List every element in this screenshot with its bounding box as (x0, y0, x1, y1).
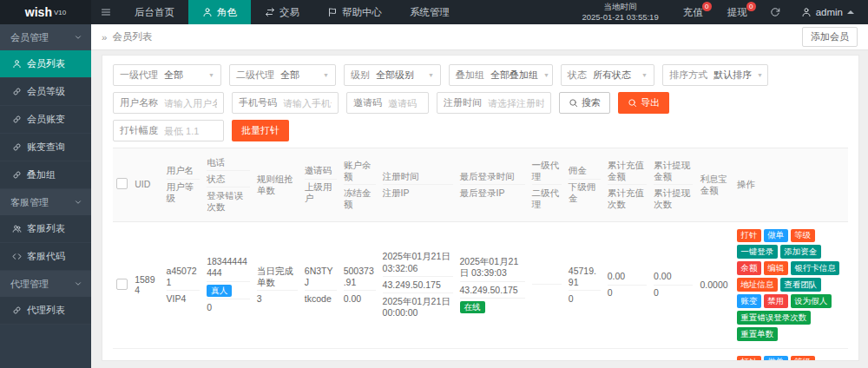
column-header-注册时间: 注册时间注册IP (379, 148, 457, 222)
filter-select-二级代理[interactable]: 二级代理全部▼ (229, 64, 336, 86)
table-cell: 45719.910 (565, 221, 604, 348)
needle-range-label: 打针幅度 (120, 124, 158, 137)
action-button-打针[interactable]: 打针 (737, 229, 761, 243)
action-button-余额[interactable]: 余额 (737, 261, 761, 275)
filter-input-邀请码[interactable] (388, 98, 422, 108)
sidebar-item-代理列表[interactable]: 代理列表 (0, 297, 91, 325)
filter-field-手机号码[interactable]: 手机号码 (232, 92, 339, 114)
nav-item-交易[interactable]: 交易 (251, 0, 313, 24)
action-button-重置单数[interactable]: 重置单数 (737, 327, 778, 341)
filter-select-排序方式[interactable]: 排序方式默认排序▼ (662, 64, 768, 86)
table-cell: 1247172371真人0 (203, 348, 253, 361)
needle-range-input[interactable] (164, 126, 217, 136)
action-button-做单[interactable]: 做单 (764, 356, 788, 361)
sidebar-group-代理管理[interactable]: 代理管理 (0, 271, 91, 297)
filter-field-注册时间[interactable]: 注册时间 (437, 92, 551, 114)
action-button-查看团队[interactable]: 查看团队 (780, 278, 821, 292)
sidebar-group-label: 客服管理 (10, 196, 49, 209)
sidebar-item-会员列表[interactable]: 会员列表 (0, 50, 91, 78)
filter-field-用户名称[interactable]: 用户名称 (113, 92, 224, 114)
filter-input-手机号码[interactable] (283, 98, 332, 108)
sidebar-item-客服列表[interactable]: 客服列表 (0, 215, 91, 243)
action-button-重置错误登录次数[interactable]: 重置错误登录次数 (737, 311, 811, 325)
nav-item-系统管理[interactable]: 系统管理 (396, 0, 464, 24)
needle-range-field[interactable]: 打针幅度 (113, 120, 224, 141)
action-button-添加资金[interactable]: 添加资金 (780, 245, 821, 259)
sidebar-item-会员等级[interactable]: 会员等级 (0, 78, 91, 106)
recharge-button[interactable]: 充值 0 (671, 0, 715, 24)
batch-needle-button[interactable]: 批量打针 (232, 120, 289, 141)
cell-actions: 打针做单等级一键登录添加资金余额编辑银行卡信息地址信息查看团队账变禁用设为假人重… (733, 221, 848, 348)
admin-menu[interactable]: admin (791, 7, 868, 17)
action-button-等级[interactable]: 等级 (791, 356, 815, 361)
chevron-down-icon (74, 279, 82, 288)
sidebar-item-账变查询[interactable]: 账变查询 (0, 134, 91, 161)
filter-select-级别[interactable]: 级别全部级别▼ (344, 64, 441, 86)
refresh-button[interactable] (760, 7, 791, 17)
link-icon (12, 87, 22, 96)
table-cell: 0.000 (604, 348, 650, 361)
filter-label: 二级代理 (236, 69, 274, 82)
withdraw-badge: 0 (746, 2, 756, 11)
column-header-佣金: 佣金下级佣金 (565, 148, 604, 222)
column-header-累计充值金额: 累计充值金额累计充值次数 (604, 148, 650, 222)
export-button-label: 导出 (641, 96, 660, 109)
cell-line: 0 (569, 291, 601, 306)
menu-toggle-button[interactable] (91, 0, 121, 24)
action-button-设为假人[interactable]: 设为假人 (791, 294, 832, 308)
chevron-down-icon: ▼ (323, 72, 329, 78)
filter-value: 全部叠加组 (490, 69, 538, 82)
column-header-line: 利息宝金额 (700, 171, 729, 198)
filter-select-叠加组[interactable]: 叠加组全部叠加组▼ (449, 64, 553, 86)
sidebar-item-客服代码[interactable]: 客服代码 (0, 243, 91, 271)
cell-line: VIP4 (167, 291, 201, 306)
cell-line: 43.249.50.175 (460, 282, 525, 299)
time-label: 当地时间 (582, 2, 658, 12)
cell-line: 0 (608, 286, 647, 301)
table-cell: 0.0000 (696, 221, 733, 348)
action-button-打针[interactable]: 打针 (737, 356, 761, 361)
row-checkbox[interactable] (116, 279, 128, 290)
column-header-最后登录时间: 最后登录时间最后登录IP (457, 148, 529, 222)
nav-item-label: 帮助中心 (342, 6, 382, 19)
flag-icon (327, 7, 338, 17)
filter-input-注册时间[interactable] (488, 98, 544, 108)
nav-item-角色[interactable]: 角色 (188, 0, 251, 24)
table-cell: J5AB82 (301, 348, 340, 361)
cell-line: 0 (654, 286, 693, 301)
export-button[interactable]: 导出 (618, 92, 669, 114)
action-button-账变[interactable]: 账变 (737, 294, 761, 308)
filter-select-一级代理[interactable]: 一级代理全部▼ (113, 64, 221, 86)
column-header-line: 登录错误次数 (207, 187, 250, 214)
member-list-card: 一级代理全部▼二级代理全部▼级别全部级别▼叠加组全部叠加组▼状态所有状态▼排序方… (102, 55, 859, 361)
sidebar-group-客服管理[interactable]: 客服管理 (0, 189, 91, 215)
app-logo: wishV10 (0, 0, 91, 24)
cell-line: 18344444444 (207, 254, 250, 282)
filter-field-邀请码[interactable]: 邀请码 (346, 92, 429, 114)
column-header-line: 累计提现金额 (654, 157, 693, 185)
select-all-checkbox[interactable] (116, 178, 128, 189)
action-button-禁用[interactable]: 禁用 (764, 294, 788, 308)
sidebar-item-会员账变[interactable]: 会员账变 (0, 106, 91, 134)
withdraw-button[interactable]: 提现 0 (715, 0, 760, 24)
sidebar-group-会员管理[interactable]: 会员管理 (0, 24, 91, 50)
nav-item-后台首页[interactable]: 后台首页 (121, 0, 188, 24)
cell-uid: 15894 (131, 221, 162, 348)
sidebar-item-叠加组[interactable]: 叠加组 (0, 161, 91, 189)
action-button-做单[interactable]: 做单 (764, 229, 788, 243)
action-button-银行卡信息[interactable]: 银行卡信息 (791, 261, 840, 275)
action-button-等级[interactable]: 等级 (791, 229, 815, 243)
column-header-账户余额: 账户余额冻结金额 (340, 148, 379, 222)
add-member-button[interactable]: 添加会员 (802, 27, 858, 47)
filter-input-用户名称[interactable] (164, 98, 217, 108)
sidebar-group-label: 代理管理 (10, 278, 49, 291)
link-icon (12, 170, 22, 180)
search-button[interactable]: 搜索 (559, 92, 610, 114)
action-button-编辑[interactable]: 编辑 (764, 261, 788, 275)
filter-select-状态[interactable]: 状态所有状态▼ (561, 64, 654, 86)
filter-label: 状态 (568, 69, 587, 82)
action-button-地址信息[interactable]: 地址信息 (737, 278, 778, 292)
sidebar-item-label: 会员等级 (27, 85, 65, 98)
action-button-一键登录[interactable]: 一键登录 (737, 245, 778, 259)
nav-item-帮助中心[interactable]: 帮助中心 (313, 0, 396, 24)
